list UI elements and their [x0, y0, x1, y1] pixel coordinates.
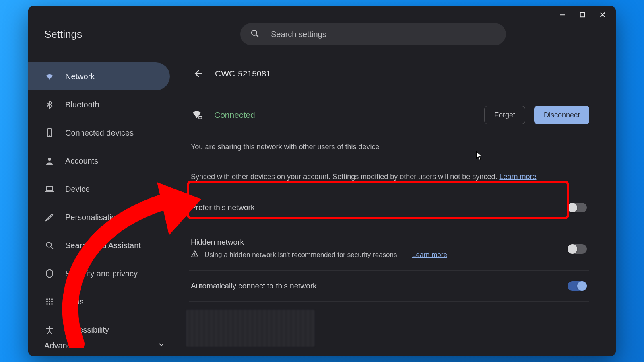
- sidebar-item-label: Bluetooth: [65, 100, 99, 109]
- svg-point-4: [49, 135, 50, 136]
- svg-point-13: [51, 301, 53, 302]
- shield-icon: [44, 269, 55, 278]
- svg-point-9: [49, 298, 50, 300]
- network-name-title: CWC-5215081: [215, 69, 271, 78]
- disconnect-button[interactable]: Disconnect: [534, 106, 589, 124]
- svg-rect-20: [194, 255, 195, 256]
- page-header: CWC-5215081: [189, 62, 589, 85]
- sidebar-item-device[interactable]: Device: [28, 175, 170, 203]
- sidebar-item-network[interactable]: Network: [28, 62, 170, 90]
- sidebar: Network Bluetooth Connected devices Acco…: [28, 62, 189, 356]
- sidebar-item-label: Personalisation: [65, 213, 120, 222]
- close-button[interactable]: [598, 10, 607, 19]
- connection-status-row: Connected Forget Disconnect: [189, 106, 589, 124]
- window-titlebar: [549, 6, 616, 24]
- sidebar-item-label: Security and privacy: [65, 269, 138, 278]
- hidden-network-toggle[interactable]: [568, 244, 587, 254]
- phone-icon: [44, 128, 55, 138]
- apps-icon: [44, 297, 55, 306]
- hidden-network-row: Hidden network Using a hidden network is…: [189, 227, 589, 271]
- forget-button[interactable]: Forget: [484, 106, 525, 124]
- redacted-block: [186, 310, 315, 347]
- sidebar-item-label: Device: [65, 185, 90, 194]
- sidebar-item-label: Accessibility: [65, 325, 109, 335]
- svg-point-10: [51, 298, 53, 300]
- svg-rect-6: [46, 186, 53, 191]
- sidebar-item-label: Connected devices: [65, 128, 134, 138]
- advanced-expander[interactable]: Advanced: [189, 349, 589, 356]
- svg-point-15: [49, 303, 50, 305]
- wifi-icon: [44, 72, 55, 81]
- svg-point-8: [46, 298, 48, 300]
- app-title: Settings: [44, 28, 82, 41]
- sidebar-item-label: Search and Assistant: [65, 241, 141, 250]
- app-header: Settings: [28, 6, 616, 62]
- sidebar-item-label: Apps: [65, 297, 84, 306]
- share-notice: You are sharing this network with other …: [189, 143, 589, 151]
- svg-rect-0: [560, 14, 565, 15]
- prefer-network-label: Prefer this network: [191, 203, 254, 212]
- svg-point-12: [49, 301, 50, 302]
- search-icon: [44, 241, 55, 250]
- learn-more-link[interactable]: Learn more: [499, 173, 536, 181]
- mouse-cursor-icon: [476, 151, 483, 160]
- sidebar-item-security-privacy[interactable]: Security and privacy: [28, 259, 170, 288]
- sidebar-item-accounts[interactable]: Accounts: [28, 147, 170, 175]
- hidden-network-label: Hidden network: [191, 238, 447, 247]
- hidden-network-warning: Using a hidden network isn't recommended…: [204, 251, 399, 259]
- chevron-down-icon: [158, 341, 165, 350]
- search-icon: [250, 29, 260, 40]
- minimize-button[interactable]: [558, 10, 567, 19]
- sidebar-item-label: Network: [65, 72, 95, 81]
- svg-point-17: [49, 326, 50, 328]
- auto-connect-label: Automatically connect to this network: [191, 282, 317, 290]
- sync-notice-line: Synced with other devices on your accoun…: [189, 173, 589, 181]
- svg-point-2: [252, 30, 257, 35]
- svg-rect-19: [194, 253, 195, 255]
- maximize-button[interactable]: [578, 10, 587, 19]
- auto-connect-toggle[interactable]: [568, 281, 587, 291]
- person-icon: [44, 156, 55, 166]
- warning-icon: [191, 250, 199, 260]
- prefer-network-toggle[interactable]: [568, 203, 587, 212]
- wifi-secure-icon: [191, 108, 203, 122]
- content-pane: CWC-5215081 Connected Forget Disconnect …: [189, 62, 616, 356]
- svg-point-14: [46, 303, 48, 305]
- settings-window: Settings Network Bluetooth: [28, 6, 616, 356]
- svg-point-5: [48, 158, 51, 161]
- sidebar-item-connected-devices[interactable]: Connected devices: [28, 119, 170, 147]
- sidebar-item-personalisation[interactable]: Personalisation: [28, 203, 170, 231]
- bluetooth-icon: [44, 100, 55, 109]
- svg-point-11: [46, 301, 48, 302]
- sync-notice-text: Synced with other devices on your accoun…: [191, 173, 497, 181]
- back-button[interactable]: [191, 67, 204, 80]
- svg-rect-1: [580, 13, 585, 17]
- svg-rect-18: [199, 116, 202, 119]
- hidden-learn-more-link[interactable]: Learn more: [412, 251, 447, 259]
- search-bar[interactable]: [240, 23, 506, 45]
- prefer-network-row: Prefer this network: [189, 188, 589, 227]
- sidebar-item-accessibility[interactable]: Accessibility: [28, 316, 170, 344]
- search-input[interactable]: [271, 30, 496, 39]
- connection-status: Connected: [214, 110, 255, 120]
- svg-point-7: [47, 243, 52, 247]
- pencil-icon: [44, 212, 55, 222]
- svg-point-16: [51, 303, 53, 305]
- laptop-icon: [44, 184, 55, 194]
- sidebar-item-search-assistant[interactable]: Search and Assistant: [28, 231, 170, 259]
- sidebar-advanced-toggle[interactable]: Advanced: [44, 341, 165, 350]
- sidebar-item-label: Accounts: [65, 156, 98, 166]
- sidebar-item-apps[interactable]: Apps: [28, 288, 170, 316]
- advanced-label: Advanced: [44, 341, 80, 350]
- sidebar-item-bluetooth[interactable]: Bluetooth: [28, 90, 170, 119]
- auto-connect-row: Automatically connect to this network: [189, 271, 589, 302]
- accessibility-icon: [44, 325, 55, 335]
